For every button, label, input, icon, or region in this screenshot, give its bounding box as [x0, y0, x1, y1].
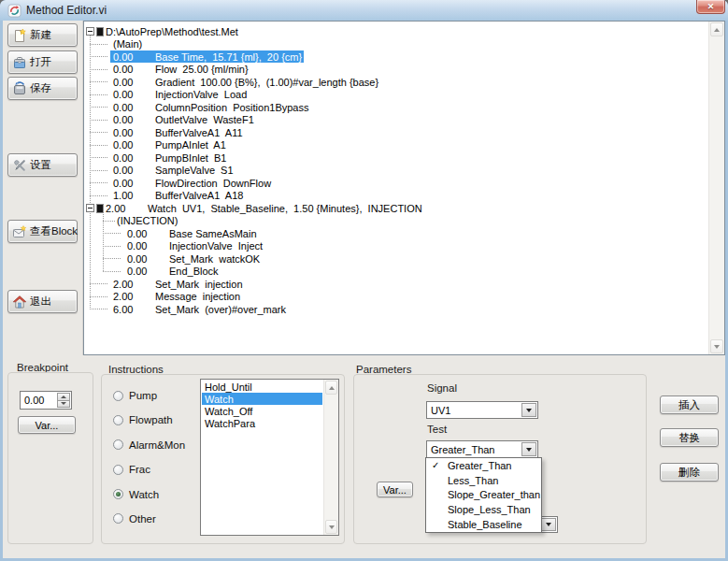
tree-row-time: 0.00 [127, 240, 169, 252]
tree-row[interactable]: 0.00Base SameAsMain [84, 227, 707, 240]
tree-row[interactable]: (INJECTION) [84, 215, 707, 228]
tree-row[interactable]: 0.00Flow 25.00 {ml/min} [84, 64, 707, 77]
tree-connector [90, 81, 107, 82]
tree-row[interactable]: 6.00Set_Mark (over)#over_mark [84, 303, 707, 316]
sidebar-button-open[interactable]: 打开 [7, 50, 78, 74]
radio-button-icon [113, 489, 123, 499]
radio-label: Other [129, 513, 156, 525]
test-dropdown-button[interactable] [521, 442, 536, 456]
signal-dropdown[interactable]: UV1 [426, 401, 538, 419]
radio-watch[interactable]: Watch [113, 488, 185, 501]
menu-item-label: Less_Than [448, 475, 498, 486]
listbox-item-watch-off[interactable]: Watch_Off [202, 405, 322, 417]
radio-other[interactable]: Other [113, 512, 185, 525]
tree-row[interactable]: 0.00Base Time, 15.71 {ml}, 20 {cm} [84, 50, 707, 64]
menu-item-stable-baseline[interactable]: Stable_Baseline [426, 517, 541, 532]
collapse-icon[interactable] [86, 27, 94, 36]
tree-row[interactable]: 0.00Gradient 100.00 {B%}, (1.00)#var_len… [84, 76, 707, 89]
tree-row[interactable]: 1.00BufferValveA1 A18 [84, 190, 707, 203]
scroll-down-icon [714, 345, 720, 349]
tree-row-selected: 0.00Base Time, 15.71 {ml}, 20 {cm} [110, 50, 304, 63]
sidebar-button-view-block[interactable]: 查看Block [7, 220, 78, 243]
tree-row-text: BufferValveA1 A11 [155, 127, 243, 138]
tree-row[interactable]: 0.00ColumnPosition Position1Bypass [84, 101, 707, 114]
scroll-up-button[interactable] [325, 381, 337, 395]
test-dropdown[interactable]: Greater_Than [426, 440, 538, 458]
breakpoint-value-spinner[interactable]: 0.00 [20, 391, 72, 410]
tree-row[interactable]: 2.00Message injection [84, 291, 707, 304]
radio-button-icon [113, 415, 123, 425]
sidebar-button-new[interactable]: 新建 [7, 23, 78, 47]
tree-row-text: End_Block [169, 266, 219, 277]
tree-row[interactable]: 0.00InjectionValve Load [84, 89, 707, 102]
parameters-var-button[interactable]: Var... [377, 482, 413, 497]
sidebar-button-settings[interactable]: 设置 [7, 153, 78, 177]
tree-row[interactable]: 0.00InjectionValve Inject [84, 240, 707, 253]
tree-row[interactable]: 0.00PumpBInlet B1 [84, 151, 707, 165]
menu-item-greater-than[interactable]: ✓Greater_Than [426, 458, 541, 473]
listbox-item-watch[interactable]: Watch [202, 393, 322, 405]
tree-row[interactable]: 0.00PumpAInlet A1 [84, 139, 707, 152]
tree-row-content: 0.00OutletValve WasteF1 [113, 114, 254, 126]
radio-frac[interactable]: Frac [113, 463, 185, 476]
sidebar-button-exit[interactable]: 退出 [7, 290, 78, 313]
radio-pump[interactable]: Pump [113, 389, 185, 402]
tree-row[interactable]: 2.00Watch UV1, Stable_Baseline, 1.50 {Mi… [84, 202, 707, 215]
scroll-down-button[interactable] [325, 520, 337, 534]
sidebar-button-label: 保存 [30, 81, 51, 95]
tree-row-text: Set_Mark injection [155, 279, 243, 290]
menu-item-slope-less-than[interactable]: Slope_Less_Than [426, 502, 541, 517]
tree-connector [90, 94, 107, 95]
tree-row[interactable]: 0.00FlowDirection DownFlow [84, 177, 707, 190]
tree-row-content: 0.00ColumnPosition Position1Bypass [113, 101, 308, 113]
signal-dropdown-button[interactable] [521, 403, 536, 417]
listbox-scrollbar[interactable] [323, 380, 338, 535]
test-label: Test [427, 424, 447, 435]
delete-button[interactable]: 删除 [660, 463, 719, 482]
method-tree[interactable]: D:\AutoPrep\Method\test.Met(Main)0.00Bas… [83, 21, 725, 355]
sidebar-button-label: 退出 [30, 295, 51, 309]
scroll-up-button[interactable] [710, 22, 723, 36]
instruction-listbox[interactable]: Hold_UntilWatchWatch_OffWatchPara [200, 379, 339, 536]
covered-dropdown-button[interactable] [541, 518, 556, 531]
sidebar-button-save[interactable]: 保存 [7, 77, 78, 100]
menu-item-label: Slope_Less_Than [448, 504, 531, 515]
spinner-down-button[interactable] [57, 401, 70, 409]
collapse-icon[interactable] [86, 204, 94, 212]
tree-row-content: 1.00BufferValveA1 A18 [113, 190, 243, 202]
exit-home-icon [12, 295, 27, 309]
listbox-item-hold-until[interactable]: Hold_Until [202, 381, 322, 393]
menu-item-less-than[interactable]: Less_Than [426, 473, 541, 488]
radio-alarm-mon[interactable]: Alarm&Mon [113, 439, 185, 452]
tree-row[interactable]: D:\AutoPrep\Method\test.Met [84, 25, 707, 38]
tree-row-time: 2.00 [113, 291, 155, 302]
test-dropdown-menu: ✓Greater_ThanLess_ThanSlope_Greater_than… [425, 457, 542, 533]
breakpoint-var-button[interactable]: Var... [18, 416, 76, 434]
tree-row[interactable]: 0.00Set_Mark watckOK [84, 252, 707, 266]
tree-row[interactable]: 0.00OutletValve WasteF1 [84, 114, 707, 127]
radio-button-icon [113, 513, 123, 524]
new-document-icon [12, 28, 27, 43]
tree-row-text: Watch UV1, Stable_Baseline, 1.50 {Minute… [148, 203, 422, 214]
titlebar[interactable]: Method Editor.vi ✕ [0, 0, 728, 21]
tree-scrollbar[interactable] [708, 22, 724, 354]
spinner-up-button[interactable] [57, 393, 70, 401]
tree-row[interactable]: (Main) [84, 38, 707, 51]
insert-button[interactable]: 插入 [660, 396, 719, 414]
tree-row-time: 0.00 [113, 165, 155, 176]
close-button[interactable]: ✕ [696, 0, 725, 14]
radio-flowpath[interactable]: Flowpath [113, 413, 185, 426]
tree-row[interactable]: 0.00SampleValve S1 [84, 165, 707, 178]
tree-row[interactable]: 2.00Set_Mark injection [84, 278, 707, 291]
tree-row[interactable]: 0.00End_Block [84, 266, 707, 279]
listbox-item-watchpara[interactable]: WatchPara [202, 418, 322, 430]
scroll-down-button[interactable] [710, 339, 723, 353]
tree-row-text: ColumnPosition Position1Bypass [155, 102, 308, 113]
tree-row-content: 0.00Set_Mark watckOK [127, 252, 260, 265]
tree-row-text: OutletValve WasteF1 [155, 114, 254, 125]
menu-item-slope-greater-than[interactable]: Slope_Greater_than [426, 488, 541, 503]
tree-row-content: 2.00Watch UV1, Stable_Baseline, 1.50 {Mi… [106, 202, 422, 214]
replace-button[interactable]: 替换 [660, 428, 719, 447]
tree-row-content: 6.00Set_Mark (over)#over_mark [113, 303, 286, 315]
tree-row[interactable]: 0.00BufferValveA1 A11 [84, 126, 707, 139]
